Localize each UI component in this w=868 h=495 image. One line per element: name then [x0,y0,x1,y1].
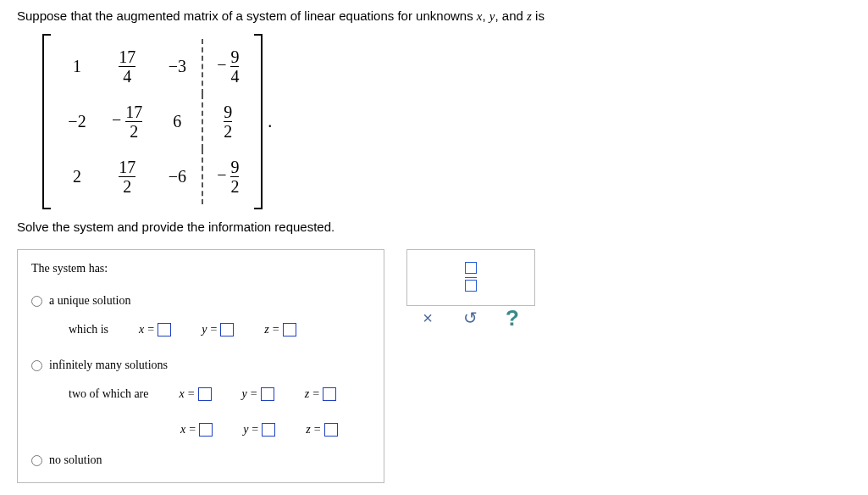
matrix-period: . [268,112,272,131]
m-r1c2: 174 [102,39,152,94]
m-r2c3: 6 [152,94,202,149]
equation-toolbox [406,249,535,306]
input-inf2-z[interactable] [324,423,338,437]
fraction-tool-num-icon [465,262,477,274]
answer-panel: The system has: a unique solution which … [17,249,384,483]
input-inf1-x[interactable] [198,387,212,401]
m-r1c1: 1 [53,39,102,94]
augmented-matrix: 1 174 −3 − 94 −2 − 172 6 92 2 172 −6 − 9… [42,34,851,209]
two-of-label: two of which are [69,387,148,401]
intro-b: is [532,8,545,23]
input-unique-x[interactable] [158,323,171,336]
radio-unique[interactable] [31,296,42,307]
m-r1rhs: − 94 [202,39,252,94]
comma-2: , and [495,8,528,23]
m-r1c3: −3 [152,39,202,94]
radio-infinite[interactable] [31,360,42,371]
label-none: no solution [49,453,102,467]
comma-1: , [482,8,489,23]
m-r3c1: 2 [53,149,102,204]
input-inf2-x[interactable] [199,423,213,437]
reset-button[interactable]: ↺ [461,309,479,327]
radio-none[interactable] [31,455,42,466]
m-r3rhs: − 92 [202,149,252,204]
label-infinite: infinitely many solutions [49,359,168,372]
fraction-tool-button[interactable] [465,262,477,293]
help-button[interactable]: ? [503,309,522,327]
input-inf2-y[interactable] [262,423,275,437]
clear-button[interactable]: × [418,309,437,327]
m-r2c2: − 172 [102,94,152,149]
intro-a: Suppose that the augmented matrix of a s… [17,8,477,23]
which-is-label: which is [69,323,108,336]
fraction-tool-bar-icon [465,277,477,278]
input-unique-y[interactable] [220,323,234,336]
instruction-text: Solve the system and provide the informa… [17,220,851,234]
var-y: y [489,9,495,23]
problem-statement: Suppose that the augmented matrix of a s… [17,8,851,24]
m-r2c1: −2 [53,94,102,149]
panel-heading: The system has: [31,262,370,275]
m-r3c2: 172 [102,149,152,204]
m-r3c3: −6 [152,149,202,204]
input-inf1-z[interactable] [323,387,336,401]
m-r2rhs: 92 [202,94,252,149]
fraction-tool-den-icon [465,280,477,292]
input-inf1-y[interactable] [261,387,274,401]
label-unique: a unique solution [49,294,130,308]
input-unique-z[interactable] [283,323,296,336]
action-bar: × ↺ ? [406,302,534,334]
